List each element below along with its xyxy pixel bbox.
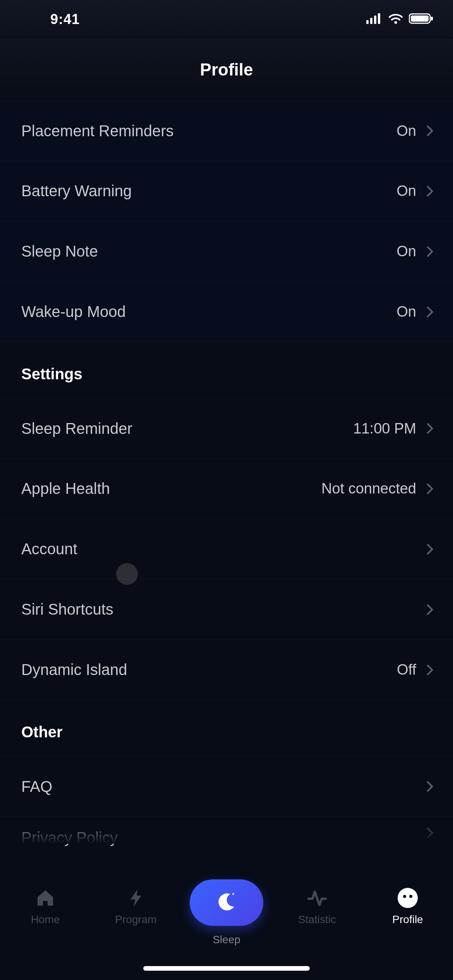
wifi-icon <box>388 13 403 26</box>
tab-bar: Home Program Sleep Statistic Profile <box>0 879 453 980</box>
row-label: Sleep Note <box>21 243 98 260</box>
tab-label: Statistic <box>298 913 336 926</box>
status-icons <box>366 13 434 26</box>
activity-icon <box>306 887 328 909</box>
row-label: Sleep Reminder <box>21 420 132 437</box>
row-value: On <box>396 303 416 320</box>
row-placement-reminders[interactable]: Placement Reminders On <box>0 101 453 161</box>
row-value: Off <box>397 661 416 678</box>
bolt-icon <box>125 887 147 909</box>
chevron-right-icon <box>422 125 433 136</box>
moon-icon <box>215 890 238 915</box>
row-label: Privacy Policy <box>21 829 118 846</box>
svg-rect-6 <box>411 15 429 22</box>
row-apple-health[interactable]: Apple Health Not connected <box>0 459 453 519</box>
chevron-right-icon <box>422 423 433 434</box>
other-group: FAQ Privacy Policy <box>0 756 453 844</box>
row-label: Dynamic Island <box>21 661 127 678</box>
chevron-right-icon <box>422 246 433 257</box>
row-value: Not connected <box>321 480 416 497</box>
row-battery-warning[interactable]: Battery Warning On <box>0 161 453 221</box>
tab-label: Home <box>31 913 60 926</box>
chevron-right-icon <box>422 185 433 196</box>
chevron-right-icon <box>422 604 433 615</box>
tab-home[interactable]: Home <box>7 887 84 926</box>
svg-rect-0 <box>366 20 369 24</box>
row-label: FAQ <box>21 778 52 795</box>
row-value: 11:00 PM <box>353 420 416 437</box>
row-label: Wake-up Mood <box>21 303 126 320</box>
row-label: Account <box>21 540 77 558</box>
profile-icon <box>397 887 419 909</box>
scroll-area[interactable]: Placement Reminders On Battery Warning O… <box>0 101 453 879</box>
tab-sleep[interactable]: Sleep <box>188 887 265 946</box>
row-value: On <box>396 243 416 260</box>
section-title-other: Other <box>0 700 453 756</box>
chevron-right-icon <box>422 306 433 317</box>
svg-rect-1 <box>370 18 372 24</box>
svg-rect-2 <box>374 15 376 24</box>
row-faq[interactable]: FAQ <box>0 756 453 817</box>
chevron-right-icon <box>422 543 433 554</box>
chevron-right-icon <box>422 781 433 792</box>
row-dynamic-island[interactable]: Dynamic Island Off <box>0 640 453 700</box>
chevron-right-icon <box>422 664 433 675</box>
svg-rect-3 <box>378 13 380 24</box>
home-indicator[interactable] <box>143 966 310 971</box>
tab-statistic[interactable]: Statistic <box>278 887 356 926</box>
sleep-button[interactable] <box>190 879 263 926</box>
row-value: On <box>396 123 416 139</box>
tab-profile[interactable]: Profile <box>369 887 446 926</box>
svg-point-4 <box>395 21 397 24</box>
tracking-settings-group: Placement Reminders On Battery Warning O… <box>0 101 453 342</box>
row-label: Apple Health <box>21 480 110 497</box>
tab-label: Program <box>115 913 156 926</box>
row-wake-up-mood[interactable]: Wake-up Mood On <box>0 282 453 342</box>
row-label: Placement Reminders <box>21 122 174 140</box>
home-icon <box>34 887 56 909</box>
section-title-settings: Settings <box>0 342 453 398</box>
row-sleep-note[interactable]: Sleep Note On <box>0 221 453 282</box>
header: Profile <box>0 39 453 101</box>
tab-label: Sleep <box>213 934 240 946</box>
row-value: On <box>396 183 416 199</box>
svg-rect-7 <box>431 17 433 21</box>
row-account[interactable]: Account <box>0 519 453 579</box>
tab-program[interactable]: Program <box>97 887 175 926</box>
cellular-icon <box>366 13 383 26</box>
settings-group: Sleep Reminder 11:00 PM Apple Health Not… <box>0 398 453 700</box>
battery-icon <box>409 13 434 26</box>
chevron-right-icon <box>422 828 433 838</box>
row-privacy-policy[interactable]: Privacy Policy <box>0 817 453 844</box>
row-siri-shortcuts[interactable]: Siri Shortcuts <box>0 579 453 640</box>
status-time: 9:41 <box>50 11 80 27</box>
tab-label: Profile <box>392 913 423 926</box>
chevron-right-icon <box>422 483 433 494</box>
page-title: Profile <box>200 60 253 79</box>
row-label: Battery Warning <box>21 182 132 200</box>
row-label: Siri Shortcuts <box>21 601 113 618</box>
status-bar: 9:41 <box>0 0 453 39</box>
row-sleep-reminder[interactable]: Sleep Reminder 11:00 PM <box>0 398 453 459</box>
